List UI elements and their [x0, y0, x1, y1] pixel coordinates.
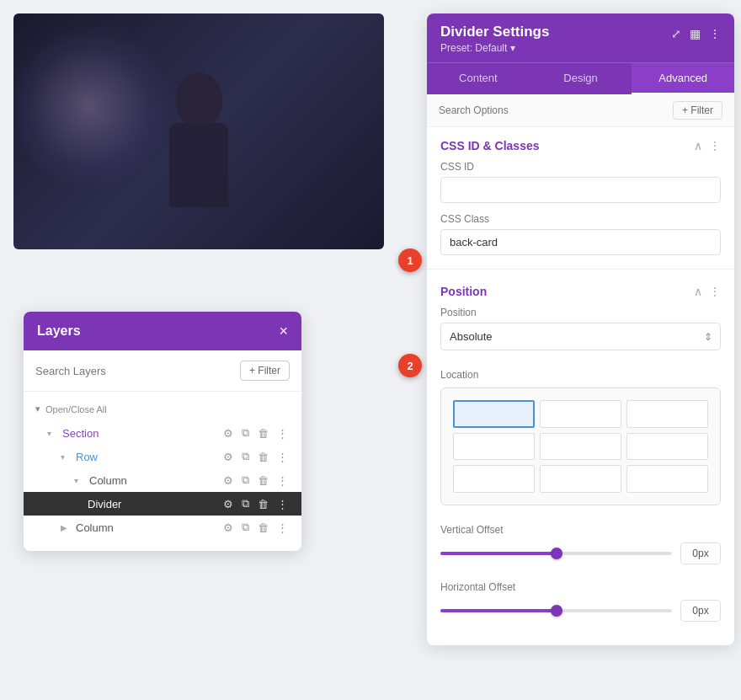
settings-icon[interactable]: ⚙ [221, 450, 235, 464]
position-select-wrapper: Default Relative Absolute Fixed ⇕ [440, 323, 721, 350]
delete-icon[interactable]: 🗑 [256, 450, 270, 464]
more-options-icon[interactable]: ⋮ [709, 27, 721, 40]
settings-search-bar: + Filter [427, 94, 734, 127]
settings-header-icons: ⤢ ▦ ⋮ [671, 24, 721, 40]
vertical-offset-value[interactable]: 0px [680, 542, 721, 564]
tab-content[interactable]: Content [427, 63, 530, 94]
duplicate-icon[interactable]: ⧉ [240, 473, 251, 488]
location-dot-bc[interactable] [540, 465, 621, 493]
layer-name-divider: Divider [88, 498, 221, 510]
location-dot-tc[interactable] [540, 400, 621, 428]
position-title: Position [440, 285, 487, 298]
settings-preset[interactable]: Preset: Default ▾ [440, 42, 549, 54]
position-select[interactable]: Default Relative Absolute Fixed [440, 323, 721, 350]
delete-icon[interactable]: 🗑 [256, 426, 270, 441]
css-id-field-group: CSS ID [427, 161, 734, 213]
collapse-position-icon[interactable]: ∧ [694, 285, 702, 298]
location-dot-ml[interactable] [453, 433, 535, 461]
more-section-icon[interactable]: ⋮ [709, 139, 721, 152]
more-position-icon[interactable]: ⋮ [709, 285, 721, 298]
location-dot-mr[interactable] [626, 433, 708, 461]
css-class-label: CSS Class [440, 213, 721, 225]
section-divider-1 [427, 269, 734, 270]
location-dot-mc[interactable] [540, 433, 621, 461]
horizontal-offset-value[interactable]: 0px [680, 600, 721, 622]
position-header: Position ∧ ⋮ [427, 273, 734, 307]
location-grid [440, 387, 721, 505]
settings-filter-button[interactable]: + Filter [673, 101, 722, 120]
vertical-slider-fill [440, 552, 557, 555]
css-class-input[interactable] [440, 229, 721, 255]
delete-icon[interactable]: 🗑 [256, 497, 270, 511]
collapse-icon[interactable]: ∧ [694, 139, 702, 152]
layer-name-section: Section [62, 427, 221, 440]
silhouette-body [169, 123, 228, 207]
settings-icon[interactable]: ⚙ [221, 473, 235, 488]
css-id-input[interactable] [440, 177, 721, 203]
expand-icon[interactable]: ⤢ [671, 27, 681, 40]
tab-advanced[interactable]: Advanced [632, 63, 734, 94]
more-icon[interactable]: ⋮ [275, 450, 290, 464]
duplicate-icon[interactable]: ⧉ [240, 449, 251, 464]
layer-icons-column2: ⚙ ⧉ 🗑 ⋮ [221, 520, 290, 535]
horizontal-slider-thumb[interactable] [551, 605, 562, 617]
columns-icon[interactable]: ▦ [690, 27, 701, 40]
vertical-offset-label: Vertical Offset [440, 524, 721, 536]
delete-icon[interactable]: 🗑 [256, 521, 270, 535]
location-dot-tr[interactable] [626, 400, 708, 428]
settings-icon[interactable]: ⚙ [221, 497, 235, 511]
open-close-all[interactable]: ▾ Open/Close All [24, 400, 301, 421]
delete-icon[interactable]: 🗑 [256, 473, 270, 488]
css-class-field-group: CSS Class [427, 213, 734, 265]
more-icon[interactable]: ⋮ [275, 497, 290, 511]
horizontal-offset-label: Horizontal Offset [440, 581, 721, 593]
badge-2: 2 [398, 354, 422, 377]
horizontal-offset-row: Horizontal Offset 0px [427, 574, 734, 632]
location-dot-br[interactable] [626, 465, 708, 493]
vertical-slider-track[interactable] [440, 552, 672, 555]
vertical-slider-thumb[interactable] [551, 548, 562, 559]
layer-item-row[interactable]: ▾ Row ⚙ ⧉ 🗑 ⋮ [24, 445, 301, 468]
settings-header: Divider Settings Preset: Default ▾ ⤢ ▦ ⋮ [427, 13, 734, 62]
location-dot-bl[interactable] [453, 465, 535, 493]
silhouette-head [176, 72, 222, 127]
horizontal-slider-track[interactable] [440, 609, 672, 612]
close-icon[interactable]: × [279, 323, 288, 339]
layers-body: ▾ Open/Close All ▾ Section ⚙ ⧉ 🗑 ⋮ ▾ Row… [24, 392, 301, 551]
css-id-label: CSS ID [440, 161, 721, 173]
chevron-icon: ▾ [35, 403, 40, 414]
settings-tabs: Content Design Advanced [427, 62, 734, 94]
settings-icon[interactable]: ⚙ [221, 426, 235, 441]
tab-design[interactable]: Design [530, 63, 632, 94]
vertical-offset-row: Vertical Offset 0px [427, 517, 734, 574]
duplicate-icon[interactable]: ⧉ [240, 520, 251, 535]
layer-item-divider[interactable]: Divider ⚙ ⧉ 🗑 ⋮ [24, 492, 301, 516]
layer-item-column1[interactable]: ▾ Column ⚙ ⧉ 🗑 ⋮ [24, 468, 301, 492]
position-field-group: Position Default Relative Absolute Fixed… [427, 307, 734, 361]
layers-header: Layers × [24, 312, 301, 350]
settings-body: CSS ID & Classes ∧ ⋮ CSS ID CSS Class Po… [427, 127, 734, 645]
horizontal-slider-row: 0px [440, 600, 721, 622]
layer-item-column2[interactable]: ▶ Column ⚙ ⧉ 🗑 ⋮ [24, 516, 301, 539]
duplicate-icon[interactable]: ⧉ [240, 496, 251, 511]
layer-icons-column1: ⚙ ⧉ 🗑 ⋮ [221, 473, 290, 488]
layer-item-section[interactable]: ▾ Section ⚙ ⧉ 🗑 ⋮ [24, 421, 301, 445]
position-label: Position [440, 307, 721, 318]
layers-search-row: + Filter [24, 350, 301, 392]
layer-name-column2: Column [76, 521, 221, 534]
vertical-slider-row: 0px [440, 542, 721, 564]
layer-icons-row: ⚙ ⧉ 🗑 ⋮ [221, 449, 290, 464]
toggle-icon: ▾ [47, 428, 57, 438]
canvas-silhouette [144, 72, 253, 224]
horizontal-slider-fill [440, 609, 557, 612]
layers-search-input[interactable] [35, 365, 233, 377]
more-icon[interactable]: ⋮ [275, 521, 290, 535]
duplicate-icon[interactable]: ⧉ [240, 425, 251, 441]
settings-icon[interactable]: ⚙ [221, 521, 235, 535]
more-icon[interactable]: ⋮ [275, 473, 290, 488]
settings-search-input[interactable] [439, 104, 673, 116]
section-controls: ∧ ⋮ [694, 139, 721, 152]
more-icon[interactable]: ⋮ [275, 426, 290, 441]
location-dot-tl[interactable] [453, 400, 535, 428]
layers-filter-button[interactable]: + Filter [240, 361, 290, 381]
